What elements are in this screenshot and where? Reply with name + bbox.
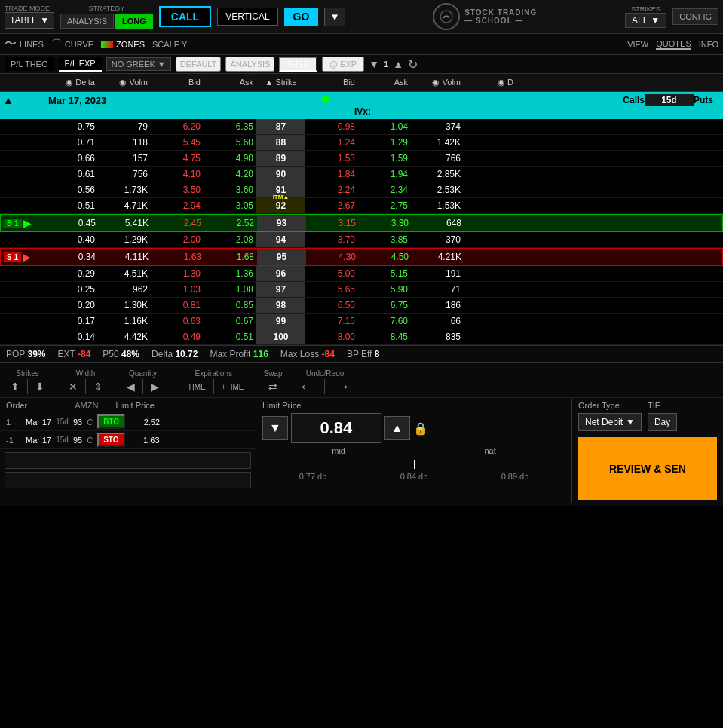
- pl-theo-button[interactable]: P/L THEO: [5, 57, 54, 71]
- strike-cell[interactable]: 93: [257, 216, 306, 231]
- table-dropdown[interactable]: TABLE ▼: [5, 12, 54, 29]
- strike-cell[interactable]: 99: [256, 314, 305, 329]
- puts-bid-cell[interactable]: 4.30: [306, 249, 359, 265]
- puts-bid-cell[interactable]: 0.98: [305, 119, 358, 134]
- strike-cell[interactable]: 97: [256, 282, 305, 297]
- strikes-value[interactable]: ALL ▼: [625, 13, 666, 28]
- calls-ask-cell[interactable]: 3.05: [204, 198, 256, 213]
- calls-ask-cell[interactable]: 6.35: [204, 119, 256, 134]
- analysis-tab[interactable]: ANALYSIS: [60, 14, 114, 29]
- order-sto-button[interactable]: STO: [97, 433, 124, 447]
- puts-bid-cell[interactable]: 1.84: [305, 167, 358, 182]
- vertical-button[interactable]: VERTICAL: [217, 8, 277, 26]
- puts-ask-cell[interactable]: 8.45: [358, 329, 411, 344]
- table-row[interactable]: 0.561.73K3.503.60912.242.342.53K: [0, 182, 723, 198]
- theo-button[interactable]: THEO: [279, 57, 317, 72]
- zones-button[interactable]: ZONES: [101, 40, 145, 49]
- curve-button[interactable]: ⌒ CURVE: [51, 38, 93, 51]
- strike-cell[interactable]: 95: [257, 249, 306, 265]
- puts-bid-cell[interactable]: 6.50: [305, 298, 358, 313]
- calls-ask-cell[interactable]: 1.68: [204, 249, 257, 265]
- order-bto-button[interactable]: BTO: [97, 414, 125, 429]
- calls-ask-cell[interactable]: 3.60: [204, 182, 256, 197]
- calls-bid-cell[interactable]: 2.94: [151, 198, 204, 213]
- refresh-button[interactable]: ↻: [408, 57, 418, 72]
- puts-bid-cell[interactable]: 1.53: [305, 151, 358, 166]
- table-row[interactable]: 0.171.16K0.630.67997.157.6066: [0, 314, 723, 329]
- expiry-row[interactable]: ▲ Mar 17, 2023 Calls 15d Puts IVx:: [0, 92, 723, 119]
- calls-ask-cell[interactable]: 1.36: [204, 266, 256, 281]
- puts-ask-cell[interactable]: 2.75: [358, 198, 411, 213]
- order-text-input-2[interactable]: [5, 472, 251, 488]
- puts-ask-cell[interactable]: 3.30: [359, 216, 412, 231]
- call-button[interactable]: CALL: [159, 6, 211, 27]
- config-button[interactable]: CONFIG: [672, 8, 718, 25]
- table-row[interactable]: 0.201.30K0.810.85986.506.75186: [0, 298, 723, 314]
- strike-cell[interactable]: 90: [256, 167, 305, 182]
- calls-bid-cell[interactable]: 0.49: [151, 329, 204, 344]
- order-text-input-1[interactable]: [5, 452, 251, 469]
- puts-ask-cell[interactable]: 5.90: [358, 282, 411, 297]
- puts-ask-cell[interactable]: 1.29: [358, 135, 411, 150]
- table-row[interactable]: B 1▶0.455.41K2.452.52933.153.30648: [0, 214, 723, 232]
- table-row[interactable]: 0.294.51K1.301.36965.005.15191: [0, 266, 723, 282]
- table-row[interactable]: 0.711185.455.60881.241.291.42K: [0, 135, 723, 151]
- quantity-right-button[interactable]: ▶: [146, 379, 164, 394]
- strike-cell[interactable]: 100: [256, 329, 305, 344]
- exp-time-plus-button[interactable]: +TIME: [217, 381, 249, 393]
- calls-bid-cell[interactable]: 4.10: [151, 167, 204, 182]
- go-button[interactable]: GO: [284, 8, 319, 26]
- swap-button[interactable]: ⇄: [264, 379, 282, 394]
- table-row[interactable]: 0.514.71K2.943.05ITM▲922.672.751.53K: [0, 198, 723, 214]
- calls-ask-cell[interactable]: 1.08: [204, 282, 256, 297]
- go-dropdown-arrow[interactable]: ▼: [324, 8, 345, 26]
- review-send-button[interactable]: REVIEW & SEN: [578, 437, 717, 500]
- calls-bid-cell[interactable]: 6.20: [151, 119, 204, 134]
- puts-ask-cell[interactable]: 5.15: [358, 266, 411, 281]
- calls-ask-cell[interactable]: 2.52: [204, 216, 257, 231]
- puts-bid-cell[interactable]: 8.00: [305, 329, 358, 344]
- table-row[interactable]: 0.144.42K0.490.511008.008.45835: [0, 329, 723, 345]
- calls-ask-cell[interactable]: 4.90: [204, 151, 256, 166]
- pl-exp-button[interactable]: P/L EXP: [59, 57, 102, 72]
- price-dropdown-button[interactable]: ▼: [262, 416, 288, 440]
- puts-ask-cell[interactable]: 2.34: [358, 182, 411, 197]
- puts-ask-cell[interactable]: 6.75: [358, 298, 411, 313]
- calls-bid-cell[interactable]: 4.75: [151, 151, 204, 166]
- scale-down-button[interactable]: ▼: [369, 58, 379, 70]
- calls-bid-cell[interactable]: 1.30: [151, 266, 204, 281]
- puts-bid-cell[interactable]: 3.70: [305, 232, 358, 247]
- calls-bid-cell[interactable]: 2.00: [151, 232, 204, 247]
- scale-up-button[interactable]: ▲: [393, 58, 403, 70]
- quantity-left-button[interactable]: ◀: [122, 379, 139, 394]
- puts-ask-cell[interactable]: 3.85: [358, 232, 411, 247]
- exp-time-minus-button[interactable]: −TIME: [179, 381, 210, 393]
- strike-cell[interactable]: 87: [256, 119, 305, 134]
- calls-bid-cell[interactable]: 0.81: [151, 298, 204, 313]
- puts-bid-cell[interactable]: 2.24: [305, 182, 358, 197]
- calls-bid-cell[interactable]: 1.03: [151, 282, 204, 297]
- puts-bid-cell[interactable]: 5.65: [305, 282, 358, 297]
- strike-cell[interactable]: 98: [256, 298, 305, 313]
- calls-bid-cell[interactable]: 0.63: [151, 314, 204, 329]
- strike-cell[interactable]: 94: [256, 232, 305, 247]
- strikes-down-button[interactable]: ⬇: [31, 379, 49, 394]
- greek-dropdown[interactable]: NO GREEK ▼: [106, 57, 171, 71]
- strike-cell[interactable]: ITM▲92: [256, 198, 305, 213]
- calls-bid-cell[interactable]: 1.63: [152, 249, 204, 265]
- info-button[interactable]: INFO: [699, 40, 718, 49]
- table-row[interactable]: S 1▶0.344.11K1.631.68954.304.504.21K: [0, 248, 723, 266]
- puts-bid-cell[interactable]: 2.67: [305, 198, 358, 213]
- puts-bid-cell[interactable]: 5.00: [305, 266, 358, 281]
- strike-cell[interactable]: 96: [256, 266, 305, 281]
- puts-ask-cell[interactable]: 1.59: [358, 151, 411, 166]
- strike-cell[interactable]: 89: [256, 151, 305, 166]
- lines-button[interactable]: 〜 LINES: [5, 36, 44, 52]
- puts-ask-cell[interactable]: 1.04: [358, 119, 411, 134]
- puts-ask-cell[interactable]: 7.60: [358, 314, 411, 329]
- calls-bid-cell[interactable]: 2.45: [152, 216, 204, 231]
- puts-bid-cell[interactable]: 7.15: [305, 314, 358, 329]
- table-row[interactable]: 0.75796.206.35870.981.04374: [0, 119, 723, 135]
- calls-ask-cell[interactable]: 4.20: [204, 167, 256, 182]
- table-row[interactable]: 0.661574.754.90891.531.59766: [0, 151, 723, 167]
